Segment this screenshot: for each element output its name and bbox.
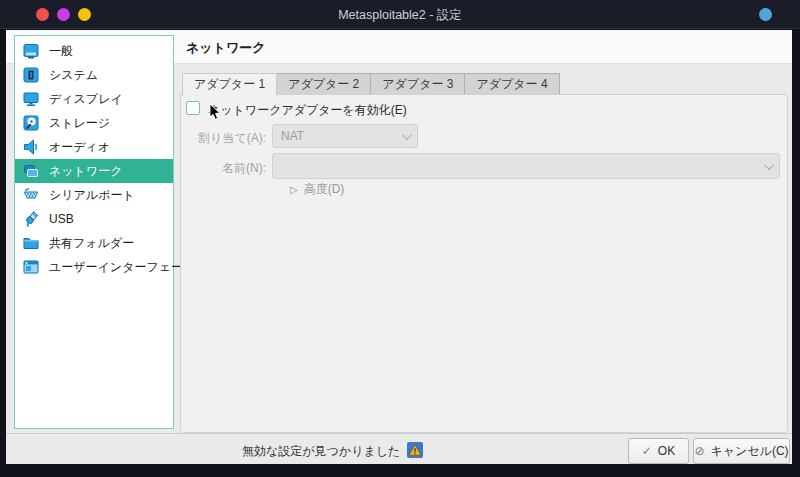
footer-divider	[6, 433, 792, 434]
ok-button-label: OK	[658, 444, 675, 458]
tab-adapter-3[interactable]: アダプター 3	[370, 73, 465, 95]
attachment-label: 割り当て(A):	[156, 130, 266, 147]
tab-adapter-4[interactable]: アダプター 4	[464, 73, 559, 95]
status-message: 無効な設定が見つかりました	[242, 442, 423, 461]
enable-network-adapter-label: ネットワークアダプターを有効化(E)	[208, 102, 407, 119]
cancel-button[interactable]: ⊘ キャンセル(C)	[693, 438, 790, 464]
name-dropdown[interactable]	[272, 153, 780, 179]
network-icon	[22, 162, 40, 180]
sidebar-item-label: 一般	[49, 43, 73, 60]
chevron-down-icon	[764, 160, 774, 170]
status-dot-icon	[759, 8, 772, 21]
enable-network-adapter-checkbox[interactable]	[186, 101, 200, 115]
page-title: ネットワーク	[186, 39, 266, 57]
tab-adapter-2[interactable]: アダプター 2	[276, 73, 371, 95]
attachment-dropdown[interactable]: NAT	[272, 124, 418, 148]
sidebar-item-label: ユーザーインターフェース	[49, 259, 195, 276]
sidebar-item-general[interactable]: 一般	[15, 39, 173, 63]
storage-icon	[22, 114, 40, 132]
sidebar-item-audio[interactable]: オーディオ	[15, 135, 173, 159]
cancel-icon: ⊘	[694, 444, 704, 458]
titlebar: Metasploitable2 - 設定	[0, 0, 800, 29]
status-text: 無効な設定が見つかりました	[242, 443, 400, 460]
ok-button[interactable]: ✓ OK	[628, 438, 689, 464]
sidebar-item-label: ディスプレイ	[49, 91, 123, 108]
sidebar-item-label: 共有フォルダー	[49, 235, 134, 252]
system-icon	[22, 66, 40, 84]
screen: Metasploitable2 - 設定 ネットワーク 一般 システム	[0, 0, 800, 477]
warning-icon	[407, 442, 423, 461]
adapter-tabs: アダプター 1 アダプター 2 アダプター 3 アダプター 4	[182, 73, 559, 96]
settings-dialog: ネットワーク 一般 システム ディスプレイ	[6, 30, 792, 464]
sidebar-item-label: シリアルポート	[49, 187, 135, 204]
user-interface-icon	[22, 258, 40, 276]
advanced-expander[interactable]: ▷ 高度(D)	[290, 181, 344, 198]
sidebar-item-label: ストレージ	[49, 115, 110, 132]
chevron-down-icon	[402, 130, 412, 140]
sidebar-item-system[interactable]: システム	[15, 63, 173, 87]
window-title: Metasploitable2 - 設定	[0, 7, 800, 24]
sidebar-item-usb[interactable]: USB	[15, 207, 173, 231]
usb-icon	[22, 210, 40, 228]
sidebar-item-display[interactable]: ディスプレイ	[15, 87, 173, 111]
check-icon: ✓	[642, 444, 652, 458]
sidebar-item-shared-folders[interactable]: 共有フォルダー	[15, 231, 173, 255]
expander-arrow-icon: ▷	[290, 184, 298, 195]
sidebar-item-serial-ports[interactable]: シリアルポート	[15, 183, 173, 207]
sidebar-item-storage[interactable]: ストレージ	[15, 111, 173, 135]
settings-category-list: 一般 システム ディスプレイ ストレージ	[14, 35, 174, 429]
serial-port-icon	[22, 186, 40, 204]
attachment-value: NAT	[281, 129, 402, 143]
tab-adapter-1[interactable]: アダプター 1	[182, 73, 277, 96]
sidebar-item-label: ネットワーク	[49, 163, 122, 180]
sidebar-item-user-interface[interactable]: ユーザーインターフェース	[15, 255, 173, 279]
sidebar-item-label: オーディオ	[49, 139, 110, 156]
sidebar-item-network[interactable]: ネットワーク	[15, 159, 173, 183]
name-label: 名前(N):	[156, 160, 266, 177]
display-icon	[22, 90, 40, 108]
shared-folders-icon	[22, 234, 40, 252]
sidebar-item-label: システム	[49, 67, 98, 84]
mouse-cursor-icon	[209, 104, 225, 125]
cancel-button-label: キャンセル(C)	[710, 443, 788, 460]
general-icon	[22, 42, 40, 60]
audio-icon	[22, 138, 40, 156]
sidebar-item-label: USB	[49, 212, 74, 226]
advanced-label: 高度(D)	[304, 181, 345, 198]
